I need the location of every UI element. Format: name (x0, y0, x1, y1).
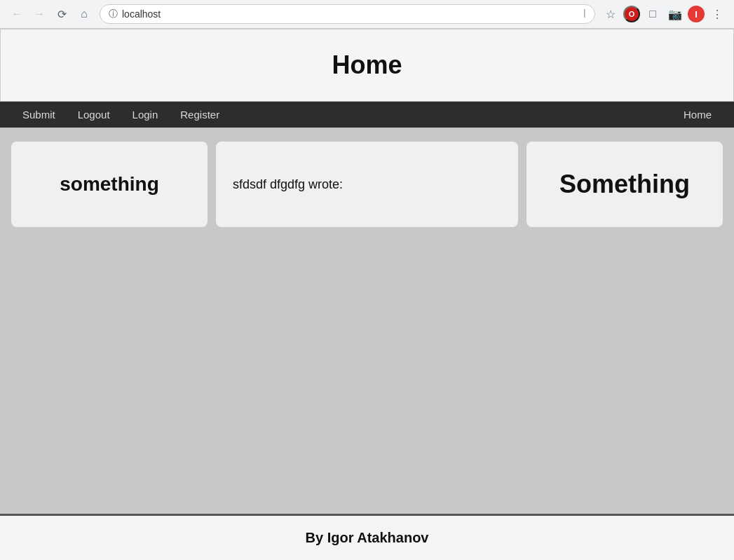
card-right-title: Something (559, 170, 690, 199)
address-text[interactable]: localhost (122, 8, 579, 20)
site-header: Home (0, 29, 734, 102)
address-bar[interactable]: ⓘ localhost I (100, 4, 595, 24)
menu-button[interactable]: ⋮ (707, 4, 727, 24)
footer-text: By Igor Atakhanov (14, 530, 720, 546)
forward-button[interactable]: → (29, 4, 49, 24)
card-middle: sfdsdf dfgdfg wrote: (216, 142, 518, 227)
browser-chrome: ← → ⟳ ⌂ ⓘ localhost I ☆ O □ 📷 I ⋮ (0, 0, 734, 29)
cards-row: something sfdsdf dfgdfg wrote: Something (11, 142, 723, 227)
nav-login[interactable]: Login (121, 102, 170, 128)
nav-submit[interactable]: Submit (11, 102, 67, 128)
screenshot-button[interactable]: 📷 (665, 4, 685, 24)
site-footer: By Igor Atakhanov (0, 514, 734, 560)
browser-nav-buttons: ← → ⟳ ⌂ (7, 4, 94, 24)
card-left: something (11, 142, 208, 227)
navbar-right: Home (672, 102, 723, 128)
tab-button[interactable]: □ (643, 4, 662, 24)
main-content: something sfdsdf dfgdfg wrote: Something (0, 128, 734, 514)
card-left-title: something (60, 173, 159, 196)
browser-actions: ☆ O □ 📷 I ⋮ (601, 4, 727, 24)
profile-button[interactable]: I (688, 6, 705, 22)
back-button[interactable]: ← (7, 4, 27, 24)
reload-button[interactable]: ⟳ (52, 4, 72, 24)
card-middle-text: sfdsdf dfgdfg wrote: (233, 177, 343, 192)
site-wrapper: Home Submit Logout Login Register Home s… (0, 29, 734, 560)
opera-button[interactable]: O (623, 6, 640, 22)
home-button[interactable]: ⌂ (74, 4, 94, 24)
navbar-left: Submit Logout Login Register (11, 102, 231, 128)
nav-logout[interactable]: Logout (67, 102, 121, 128)
site-title: Home (15, 50, 719, 80)
navbar: Submit Logout Login Register Home (0, 102, 734, 128)
nav-home[interactable]: Home (672, 102, 723, 128)
bookmark-button[interactable]: ☆ (601, 4, 620, 24)
cursor-icon: I (583, 8, 586, 20)
nav-register[interactable]: Register (169, 102, 231, 128)
card-right: Something (526, 142, 723, 227)
lock-icon: ⓘ (109, 8, 118, 20)
